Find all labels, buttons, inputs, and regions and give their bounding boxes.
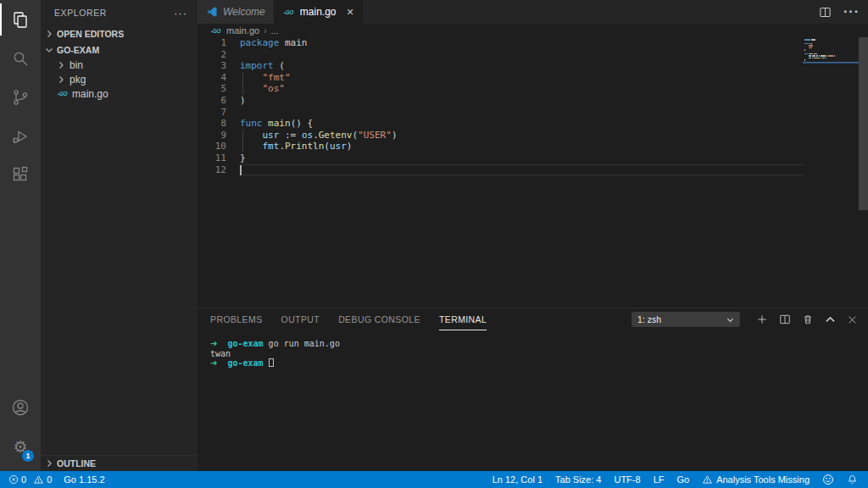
code-token: ) xyxy=(240,95,246,107)
code-line[interactable]: 11} xyxy=(198,152,868,164)
code-line[interactable]: 12 xyxy=(198,164,868,176)
open-editors-label: OPEN EDITORS xyxy=(57,29,124,39)
breadcrumb-symbol[interactable]: ... xyxy=(270,25,278,36)
settings-button[interactable]: ⚙ 1 xyxy=(0,427,41,466)
code-editor[interactable]: 1package main23import (4 "fmt"5 "os"6)78… xyxy=(198,37,868,308)
go-version-status[interactable]: Go 1.15.2 xyxy=(64,474,104,485)
tab-bar: Welcome main.go ✕ ··· xyxy=(198,0,868,24)
code-line[interactable]: 7 xyxy=(198,107,868,119)
tab-welcome[interactable]: Welcome xyxy=(198,0,274,24)
notifications-bell-icon[interactable] xyxy=(847,474,858,485)
line-number: 1 xyxy=(198,37,226,49)
close-tab-icon[interactable]: ✕ xyxy=(347,7,354,18)
explorer-activity-button[interactable] xyxy=(0,0,41,39)
tab-size-status[interactable]: Tab Size: 4 xyxy=(555,474,601,485)
breadcrumb-file[interactable]: main.go xyxy=(226,25,259,36)
code-line[interactable]: 6) xyxy=(198,95,868,107)
run-debug-activity-button[interactable] xyxy=(0,117,41,156)
code-line[interactable]: 10 fmt.Println(usr) xyxy=(198,141,868,152)
split-editor-icon[interactable] xyxy=(819,6,832,19)
go-file-icon xyxy=(56,91,69,97)
tree-item-pkg[interactable]: pkg xyxy=(41,72,198,86)
code-token: } xyxy=(240,152,246,164)
terminal-line: twan xyxy=(210,349,868,359)
code-token: Println xyxy=(285,141,324,152)
code-token: "fmt" xyxy=(263,72,291,84)
chevron-down-icon xyxy=(726,316,734,324)
explorer-sidebar: EXPLORER ··· OPEN EDITORS GO-EXAM bin pk… xyxy=(41,0,198,471)
problems-status[interactable]: 0 0 xyxy=(8,474,52,485)
tree-item-main-go[interactable]: main.go xyxy=(41,86,198,101)
tree-item-label: pkg xyxy=(70,74,86,86)
code-line[interactable]: 2 xyxy=(198,49,868,61)
vscode-logo-icon xyxy=(206,6,218,18)
root-folder-section[interactable]: GO-EXAM xyxy=(41,42,198,58)
panel-header: PROBLEMS OUTPUT DEBUG CONSOLE TERMINAL 1… xyxy=(198,308,868,330)
code-lines: 1package main23import (4 "fmt"5 "os"6)78… xyxy=(198,37,868,175)
tab-main-go[interactable]: main.go ✕ xyxy=(274,0,363,24)
new-terminal-icon[interactable] xyxy=(756,313,768,325)
tab-debug-console[interactable]: DEBUG CONSOLE xyxy=(338,308,420,330)
feedback-smiley-icon[interactable] xyxy=(822,474,834,485)
breadcrumb[interactable]: main.go › ... xyxy=(198,24,868,37)
terminal-shell-select[interactable]: 1: zsh xyxy=(632,312,740,327)
code-token: "USER" xyxy=(358,130,392,141)
line-number: 11 xyxy=(198,152,226,164)
search-activity-button[interactable] xyxy=(0,39,41,78)
indent-guide xyxy=(242,72,243,95)
tab-terminal[interactable]: TERMINAL xyxy=(439,308,487,330)
code-line[interactable]: 1package main xyxy=(198,37,868,49)
tab-output[interactable]: OUTPUT xyxy=(281,308,320,330)
outline-section[interactable]: OUTLINE xyxy=(41,455,198,471)
warning-icon xyxy=(33,474,44,485)
accounts-button[interactable] xyxy=(0,388,41,427)
code-token: main xyxy=(279,37,307,49)
line-number: 5 xyxy=(198,83,226,95)
code-token: os xyxy=(302,130,313,141)
close-panel-icon[interactable] xyxy=(847,314,858,325)
line-number: 12 xyxy=(198,164,226,176)
code-line[interactable]: 9 usr := os.Getenv("USER") xyxy=(198,130,868,141)
code-token: ( xyxy=(324,141,330,152)
tab-problems[interactable]: PROBLEMS xyxy=(210,308,263,330)
terminal-line: ➜ go-exam go run main.go xyxy=(210,339,868,349)
maximize-panel-icon[interactable] xyxy=(825,314,836,325)
eol-status[interactable]: LF xyxy=(654,474,665,485)
source-control-activity-button[interactable] xyxy=(0,78,41,117)
code-line[interactable]: 3import ( xyxy=(198,60,868,72)
kill-terminal-icon[interactable] xyxy=(802,313,814,325)
code-line[interactable]: 8func main() { xyxy=(198,118,868,130)
split-terminal-icon[interactable] xyxy=(779,313,791,325)
code-token: := xyxy=(279,130,302,141)
line-number: 7 xyxy=(198,107,226,119)
language-status[interactable]: Go xyxy=(676,474,689,485)
tree-item-bin[interactable]: bin xyxy=(41,58,198,72)
more-actions-icon[interactable]: ··· xyxy=(843,4,860,19)
code-token: import xyxy=(240,60,274,72)
go-file-icon xyxy=(209,28,222,34)
encoding-status[interactable]: UTF-8 xyxy=(614,474,640,485)
sidebar-more-actions[interactable]: ··· xyxy=(174,7,187,19)
extensions-activity-button[interactable] xyxy=(0,156,41,195)
terminal-token xyxy=(217,339,227,348)
cursor-position-status[interactable]: Ln 12, Col 1 xyxy=(492,474,542,485)
code-token: () { xyxy=(291,118,314,130)
line-number: 8 xyxy=(198,118,226,130)
code-line[interactable]: 5 "os" xyxy=(198,83,868,95)
analysis-tools-label: Analysis Tools Missing xyxy=(716,474,810,485)
terminal[interactable]: ➜ go-exam go run main.gotwan➜ go-exam xyxy=(198,330,868,369)
code-token: usr xyxy=(263,130,280,141)
code-token: ( xyxy=(353,130,359,141)
vertical-scrollbar[interactable] xyxy=(859,37,868,210)
account-icon xyxy=(10,397,31,418)
line-number: 10 xyxy=(198,141,226,152)
minimap[interactable] xyxy=(804,39,859,64)
error-icon xyxy=(8,474,19,485)
activity-bar: ⚙ 1 xyxy=(0,0,41,471)
code-line[interactable]: 4 "fmt" xyxy=(198,72,868,84)
terminal-line: ➜ go-exam xyxy=(210,358,868,369)
analysis-tools-status[interactable]: Analysis Tools Missing xyxy=(702,474,810,485)
open-editors-section[interactable]: OPEN EDITORS xyxy=(41,25,198,42)
chevron-right-icon xyxy=(56,75,66,85)
terminal-cursor xyxy=(269,358,274,367)
